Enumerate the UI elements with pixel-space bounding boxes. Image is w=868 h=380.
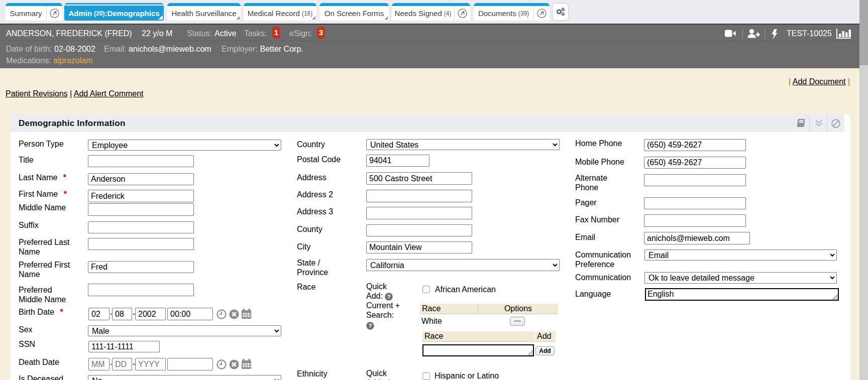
svg-text:?: ?	[387, 294, 391, 300]
svg-text:?: ?	[368, 323, 372, 329]
